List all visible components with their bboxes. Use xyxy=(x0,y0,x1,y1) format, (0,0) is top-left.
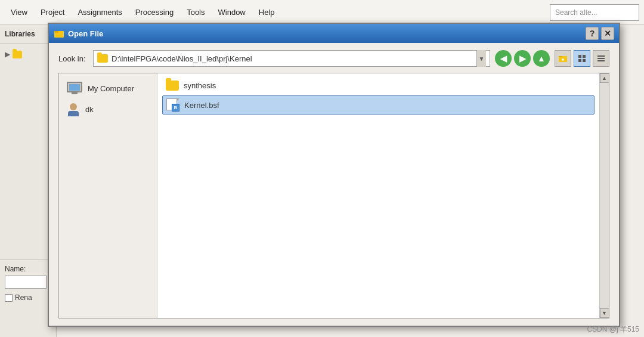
bsf-badge: B xyxy=(172,104,179,112)
file-list: synthesis B Kernel.bsf xyxy=(157,73,599,318)
bsf-corner xyxy=(177,98,179,101)
menu-tools[interactable]: Tools xyxy=(181,4,210,20)
name-input[interactable] xyxy=(5,276,47,289)
svg-rect-7 xyxy=(583,55,586,58)
lookin-dropdown[interactable]: D:\intelFPGA\code\Nios_II_led\prj\Kernel… xyxy=(93,50,490,67)
menu-project[interactable]: Project xyxy=(35,4,70,20)
svg-rect-3 xyxy=(559,56,562,57)
dialog-body: Look in: D:\intelFPGA\code\Nios_II_led\p… xyxy=(49,43,619,326)
dialog-titlebar: Open File ? ✕ xyxy=(49,24,619,43)
view-buttons xyxy=(555,50,609,67)
user-head-shape xyxy=(70,103,77,110)
dialog-close-button[interactable]: ✕ xyxy=(601,27,614,40)
file-item-kernelbsf[interactable]: B Kernel.bsf xyxy=(162,95,595,115)
expand-arrow: ▶ xyxy=(5,50,10,58)
rename-label: Rena xyxy=(15,293,32,302)
svg-rect-8 xyxy=(578,59,581,62)
dk-label: dk xyxy=(85,105,94,114)
menu-help[interactable]: Help xyxy=(253,4,281,20)
rename-checkbox[interactable] xyxy=(5,294,13,302)
nav-back-button[interactable]: ◀ xyxy=(495,50,512,67)
dialog-title: Open File xyxy=(68,29,586,38)
lookin-path: D:\intelFPGA\code\Nios_II_led\prj\Kernel xyxy=(112,54,476,63)
view-icons-button[interactable] xyxy=(574,50,590,67)
nav-buttons: ◀ ▶ ▲ xyxy=(495,50,550,67)
watermark: CSDN @j 羊515 xyxy=(587,324,639,335)
scroll-down-arrow[interactable]: ▼ xyxy=(600,308,609,318)
kernel-bsf-icon: B xyxy=(166,98,179,112)
content-area: My Computer dk synthesis xyxy=(58,73,609,319)
svg-rect-12 xyxy=(597,60,605,61)
stand-shape xyxy=(72,92,78,94)
dialog-help-button[interactable]: ? xyxy=(586,27,599,40)
nav-dk[interactable]: dk xyxy=(61,98,154,120)
lookin-folder-icon xyxy=(97,54,108,63)
rename-row: Rena xyxy=(5,293,51,302)
menu-processing[interactable]: Processing xyxy=(129,4,179,20)
nav-panel: My Computer dk xyxy=(59,73,157,318)
search-box[interactable]: Search alte... xyxy=(550,4,639,21)
menu-assignments[interactable]: Assignments xyxy=(72,4,128,20)
scroll-up-arrow[interactable]: ▲ xyxy=(600,73,609,83)
svg-rect-11 xyxy=(597,58,605,59)
dialog-title-icon xyxy=(54,28,64,39)
svg-rect-10 xyxy=(597,55,605,57)
screen-shape xyxy=(69,84,80,91)
nav-up-button[interactable]: ▲ xyxy=(533,50,550,67)
scrollbar-vertical[interactable]: ▲ ▼ xyxy=(599,73,609,318)
svg-rect-1 xyxy=(54,31,58,33)
kernelbsf-label: Kernel.bsf xyxy=(184,101,219,110)
my-computer-label: My Computer xyxy=(88,84,134,93)
user-body-shape xyxy=(68,111,79,116)
lookin-row: Look in: D:\intelFPGA\code\Nios_II_led\p… xyxy=(58,50,609,67)
lookin-label: Look in: xyxy=(58,54,88,63)
folder-icon xyxy=(13,51,22,58)
user-icon xyxy=(66,102,80,116)
computer-icon xyxy=(66,82,83,95)
menu-window[interactable]: Window xyxy=(212,4,252,20)
open-file-dialog: Open File ? ✕ Look in: D:\intelFPGA\code… xyxy=(48,23,620,327)
new-folder-button[interactable] xyxy=(555,50,571,67)
synthesis-folder-icon xyxy=(166,81,179,91)
menubar: View Project Assignments Processing Tool… xyxy=(0,0,644,25)
svg-rect-6 xyxy=(578,55,581,58)
file-item-synthesis[interactable]: synthesis xyxy=(162,78,595,93)
nav-forward-button[interactable]: ▶ xyxy=(514,50,531,67)
menu-view[interactable]: View xyxy=(5,4,33,20)
view-list-button[interactable] xyxy=(593,50,609,67)
dialog-controls: ? ✕ xyxy=(586,27,614,40)
name-label: Name: xyxy=(5,265,51,273)
svg-rect-9 xyxy=(583,59,586,62)
nav-my-computer[interactable]: My Computer xyxy=(61,78,154,98)
search-placeholder: Search alte... xyxy=(555,8,597,17)
menu-items: View Project Assignments Processing Tool… xyxy=(5,4,550,20)
lookin-dropdown-arrow[interactable]: ▼ xyxy=(476,50,486,67)
synthesis-label: synthesis xyxy=(184,81,216,90)
library-folder-item[interactable]: ▶ xyxy=(2,48,54,60)
monitor-shape xyxy=(67,82,82,92)
